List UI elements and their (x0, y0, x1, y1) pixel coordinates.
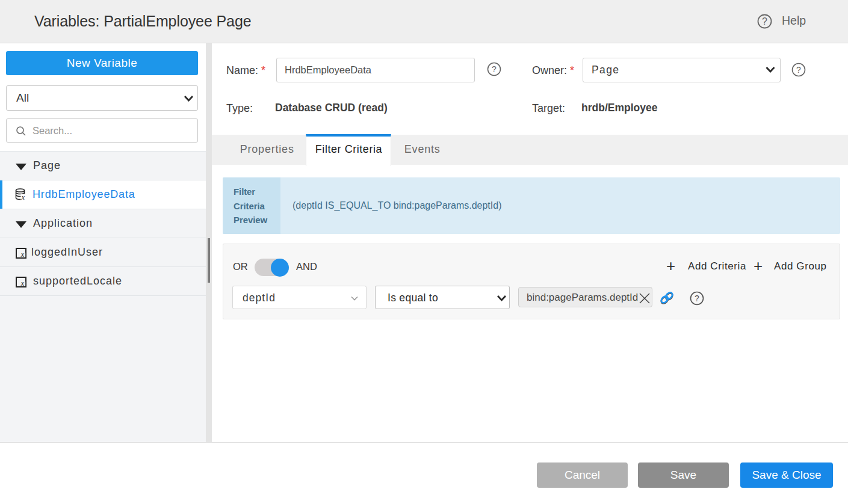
svg-text:?: ? (796, 65, 801, 75)
svg-text:x: x (20, 279, 25, 287)
svg-text:?: ? (695, 293, 699, 303)
svg-text:x: x (21, 193, 25, 201)
svg-text:x: x (20, 250, 25, 259)
svg-text:?: ? (492, 64, 497, 74)
svg-text:?: ? (762, 16, 767, 26)
